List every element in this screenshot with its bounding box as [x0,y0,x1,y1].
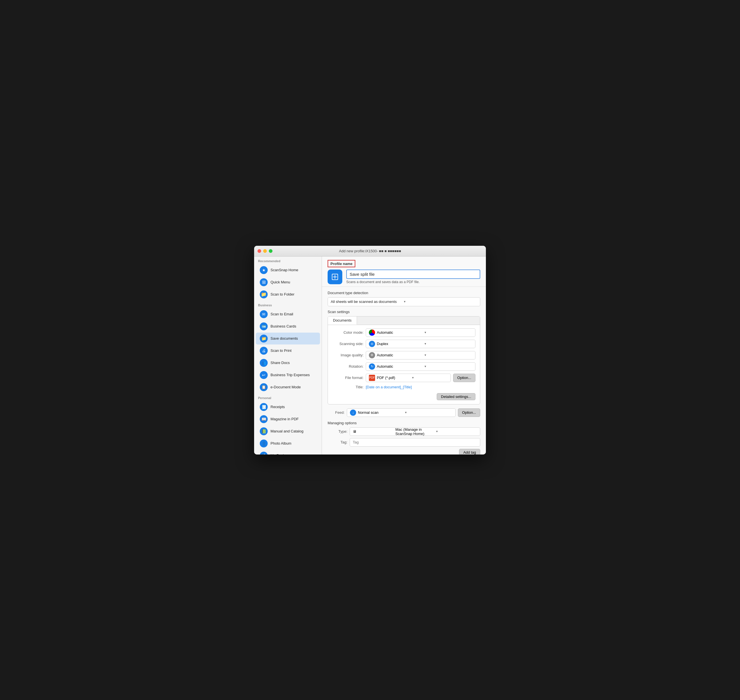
add-tag-button[interactable]: Add tag [459,449,480,454]
sidebar-label-receipts: Receipts [270,405,285,409]
maximize-button[interactable] [269,249,273,253]
main-content-area: Recommended ★ ScanSnap Home ⊞ Quick Menu… [254,256,486,454]
sidebar-item-receipts[interactable]: 🧾 Receipts [256,401,320,413]
sidebar-label-e-document-mode: e-Document Mode [270,385,301,389]
type-value: Mac (Manage in ScanSnap Home) [395,427,436,436]
color-mode-value: Automatic [377,330,424,335]
sidebar-item-magazine-in-pdf[interactable]: 📖 Magazine in PDF [256,413,320,425]
profile-header: Scans a document and saves data as a PDF… [327,269,480,284]
tab-documents[interactable]: Documents [328,316,357,325]
sidebar-item-business-cards[interactable]: 🪪 Business Cards [256,321,320,332]
scanning-side-row: Scanning side: ⊟ Duplex ▾ [332,340,476,348]
save-documents-icon: 📁 [260,335,268,343]
color-mode-dropdown[interactable]: Automatic ▾ [366,328,476,337]
sidebar-label-my-recipe: My Recipe [270,453,288,454]
scan-settings-box: Documents Color mode: Automatic ▾ [327,316,480,404]
scanning-side-label: Scanning side: [332,342,364,346]
file-format-label: File format: [332,376,364,380]
quick-menu-icon: ⊞ [260,278,268,286]
profile-icon [327,269,342,284]
sidebar-item-share-docs[interactable]: 👥 Share Docs [256,357,320,369]
color-mode-label: Color mode: [332,330,364,335]
tag-label: Tag: [327,440,347,444]
scanning-side-dropdown[interactable]: ⊟ Duplex ▾ [366,340,476,348]
profile-name-label: Profile name [330,262,352,266]
sidebar-label-magazine-in-pdf: Magazine in PDF [270,417,299,421]
rotation-value: Automatic [377,364,424,369]
color-mode-chevron: ▾ [424,331,472,334]
sidebar-item-scan-to-print[interactable]: 🖨 Scan to Print [256,345,320,357]
type-icon: 🖥 [353,429,394,434]
sidebar-label-business-cards: Business Cards [270,324,296,328]
document-type-dropdown[interactable]: All sheets will be scanned as documents … [327,297,480,306]
image-quality-icon: ⚙ [369,352,375,358]
sidebar-item-quick-menu[interactable]: ⊞ Quick Menu [256,276,320,288]
sidebar-label-scan-to-print: Scan to Print [270,349,291,353]
profile-name-input-wrap: Scans a document and saves data as a PDF… [346,269,480,284]
scan-to-folder-icon: 📁 [260,290,268,299]
scansnap-home-icon: ★ [260,266,268,274]
rotation-chevron: ▾ [424,365,472,368]
sidebar-label-quick-menu: Quick Menu [270,280,290,284]
file-format-dropdown[interactable]: PDF PDF (*.pdf) ▾ [366,374,451,382]
detailed-btn-row: Detailed settings... [332,392,476,401]
feed-option-button[interactable]: Option... [458,409,480,417]
detailed-settings-button[interactable]: Detailed settings... [437,393,476,400]
business-cards-icon: 🪪 [260,322,268,330]
sidebar-item-scan-to-email[interactable]: ✉ Scan to Email [256,308,320,320]
rotation-icon: ↻ [369,363,375,370]
feed-dropdown[interactable]: ↓ Normal scan ▾ [347,409,456,417]
business-trip-expenses-icon: ↩ [260,371,268,379]
image-quality-dropdown[interactable]: ⚙ Automatic ▾ [366,351,476,359]
feed-value: Normal scan [358,410,405,415]
sidebar-item-e-document-mode[interactable]: 📋 e-Document Mode [256,381,320,393]
photo-album-icon: 👤 [260,440,268,447]
color-mode-icon [369,329,375,336]
sidebar-item-business-trip-expenses[interactable]: ↩ Business Trip Expenses [256,369,320,381]
rotation-row: Rotation: ↻ Automatic ▾ [332,362,476,371]
sidebar-label-share-docs: Share Docs [270,360,290,365]
sidebar-label-photo-album: Photo Album [270,441,291,446]
file-format-icon: PDF [369,375,375,381]
minimize-button[interactable] [263,249,267,253]
document-type-label: Document type detection [327,291,480,295]
sidebar-item-my-recipe[interactable]: 🍴 My Recipe [256,450,320,454]
tag-input[interactable] [349,438,480,447]
receipts-icon: 🧾 [260,403,268,411]
color-mode-row: Color mode: Automatic ▾ [332,328,476,337]
scan-to-email-icon: ✉ [260,310,268,318]
add-tag-row: Add tag [327,449,480,454]
image-quality-label: Image quality: [332,353,364,357]
sidebar-item-photo-album[interactable]: 👤 Photo Album [256,438,320,449]
my-recipe-icon: 🍴 [260,451,268,454]
rotation-dropdown[interactable]: ↻ Automatic ▾ [366,362,476,371]
sidebar-recommended-label: Recommended [254,256,322,264]
tabs-row: Documents [328,316,480,325]
titlebar-buttons [257,249,273,253]
type-dropdown[interactable]: 🖥 Mac (Manage in ScanSnap Home) ▾ [349,427,480,436]
image-quality-row: Image quality: ⚙ Automatic ▾ [332,351,476,359]
sidebar-label-business-trip-expenses: Business Trip Expenses [270,373,310,377]
sidebar-item-scan-to-folder[interactable]: 📁 Scan to Folder [256,288,320,300]
close-button[interactable] [257,249,261,253]
title-label: Title: [332,385,364,389]
profile-name-input[interactable] [346,269,480,279]
document-type-value: All sheets will be scanned as documents [331,300,404,304]
e-document-mode-icon: 📋 [260,383,268,391]
app-window: Add new profile:iX1500- ■■ ■ ■■■■■■ Reco… [254,246,486,454]
sidebar-label-scan-to-email: Scan to Email [270,312,293,316]
sidebar-item-manual-and-catalog[interactable]: 📗 Manual and Catalog [256,425,320,437]
sidebar-label-save-documents: Save documents [270,336,298,341]
magazine-in-pdf-icon: 📖 [260,415,268,423]
feed-icon: ↓ [350,410,356,416]
file-format-value: PDF (*.pdf) [377,376,412,380]
file-format-chevron: ▾ [412,376,448,379]
sidebar-item-save-documents[interactable]: 📁 Save documents [256,332,320,344]
feed-label: Feed: [327,410,345,415]
sidebar: Recommended ★ ScanSnap Home ⊞ Quick Menu… [254,256,322,454]
file-format-option-button[interactable]: Option... [453,374,476,382]
titlebar: Add new profile:iX1500- ■■ ■ ■■■■■■ [254,246,486,256]
manual-and-catalog-icon: 📗 [260,427,268,435]
profile-name-section: Profile name Scans a document and saves … [322,256,486,287]
sidebar-item-scansnap-home[interactable]: ★ ScanSnap Home [256,264,320,276]
